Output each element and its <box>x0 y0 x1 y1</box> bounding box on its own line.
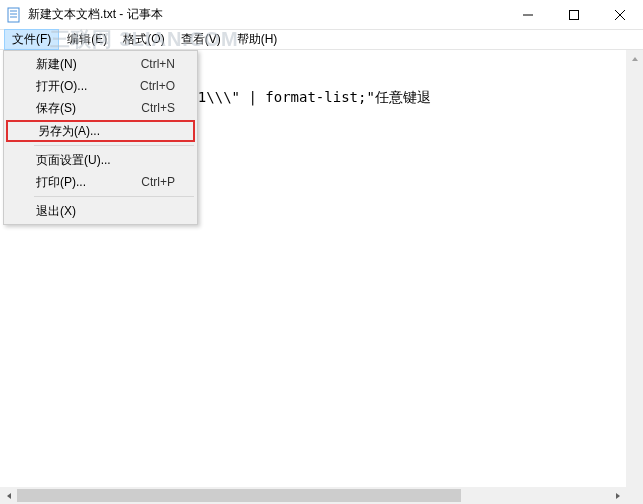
menu-item-save[interactable]: 保存(S) Ctrl+S <box>6 97 195 119</box>
scroll-right-button[interactable] <box>609 487 626 504</box>
scroll-left-button[interactable] <box>0 487 17 504</box>
window-title: 新建文本文档.txt - 记事本 <box>28 6 505 23</box>
menu-item-shortcut: Ctrl+N <box>141 57 175 71</box>
maximize-button[interactable] <box>551 0 597 29</box>
menu-item-label: 退出(X) <box>36 203 175 220</box>
menu-separator <box>34 145 194 146</box>
scroll-thumb[interactable] <box>17 489 461 502</box>
menu-item-new[interactable]: 新建(N) Ctrl+N <box>6 53 195 75</box>
menu-item-label: 页面设置(U)... <box>36 152 175 169</box>
menu-help[interactable]: 帮助(H) <box>229 29 286 50</box>
app-icon <box>6 7 22 23</box>
menu-item-save-as[interactable]: 另存为(A)... <box>6 120 195 142</box>
menu-item-shortcut: Ctrl+P <box>141 175 175 189</box>
menubar: 文件(F) 编辑(E) 格式(O) 查看(V) 帮助(H) <box>0 30 643 50</box>
menu-edit[interactable]: 编辑(E) <box>59 29 115 50</box>
menu-item-page-setup[interactable]: 页面设置(U)... <box>6 149 195 171</box>
svg-marker-10 <box>616 493 620 499</box>
menu-item-label: 另存为(A)... <box>38 123 173 140</box>
svg-rect-5 <box>570 10 579 19</box>
menu-item-shortcut: Ctrl+S <box>141 101 175 115</box>
svg-rect-0 <box>8 8 19 22</box>
menu-format[interactable]: 格式(O) <box>115 29 172 50</box>
menu-view[interactable]: 查看(V) <box>173 29 229 50</box>
file-menu-dropdown: 新建(N) Ctrl+N 打开(O)... Ctrl+O 保存(S) Ctrl+… <box>3 50 198 225</box>
menu-item-shortcut: Ctrl+O <box>140 79 175 93</box>
menu-item-label: 打印(P)... <box>36 174 141 191</box>
menu-item-exit[interactable]: 退出(X) <box>6 200 195 222</box>
scroll-up-button[interactable] <box>626 50 643 67</box>
minimize-button[interactable] <box>505 0 551 29</box>
menu-separator <box>34 196 194 197</box>
menu-item-open[interactable]: 打开(O)... Ctrl+O <box>6 75 195 97</box>
menu-item-label: 保存(S) <box>36 100 141 117</box>
svg-marker-9 <box>7 493 11 499</box>
svg-marker-8 <box>632 57 638 61</box>
scroll-track[interactable] <box>17 487 609 504</box>
window-controls <box>505 0 643 29</box>
menu-item-label: 打开(O)... <box>36 78 140 95</box>
scrollbar-vertical[interactable] <box>626 50 643 487</box>
menu-item-label: 新建(N) <box>36 56 141 73</box>
titlebar: 新建文本文档.txt - 记事本 <box>0 0 643 30</box>
close-button[interactable] <box>597 0 643 29</box>
menu-file[interactable]: 文件(F) <box>4 29 59 50</box>
scrollbar-horizontal[interactable] <box>0 487 626 504</box>
scrollbar-corner <box>626 487 643 504</box>
menu-item-print[interactable]: 打印(P)... Ctrl+P <box>6 171 195 193</box>
